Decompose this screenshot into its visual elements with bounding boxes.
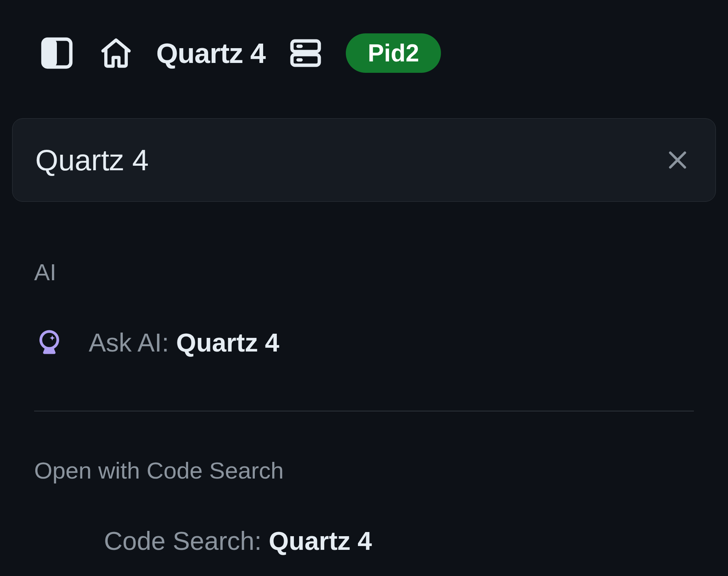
panel-toggle-icon[interactable] <box>38 34 76 72</box>
clear-icon[interactable] <box>662 145 693 175</box>
context-title[interactable]: Quartz 4 <box>156 37 265 69</box>
svg-rect-2 <box>292 41 319 52</box>
pid-badge[interactable]: Pid2 <box>346 33 441 73</box>
svg-rect-3 <box>292 55 319 65</box>
section-code-search: Open with Code Search Code Search: Quart… <box>0 457 728 556</box>
code-search-row[interactable]: Code Search: Quartz 4 <box>34 526 694 556</box>
section-heading-ai: AI <box>34 259 694 286</box>
svg-rect-1 <box>43 39 57 67</box>
section-heading-code-search: Open with Code Search <box>34 457 694 484</box>
server-icon[interactable] <box>287 34 325 72</box>
divider <box>34 411 694 411</box>
ask-ai-query: Quartz 4 <box>176 328 279 357</box>
home-icon[interactable] <box>97 34 135 72</box>
code-search-query: Quartz 4 <box>269 526 372 555</box>
search-input[interactable] <box>35 143 662 177</box>
ask-ai-row[interactable]: Ask AI: Quartz 4 <box>34 327 694 358</box>
search-container <box>12 118 716 202</box>
toolbar: Quartz 4 Pid2 <box>0 0 728 73</box>
code-search-label: Code Search: <box>104 526 269 555</box>
ask-ai-text: Ask AI: Quartz 4 <box>89 328 279 357</box>
section-ai: AI Ask AI: Quartz 4 <box>0 259 728 358</box>
crystal-ball-icon <box>34 327 64 358</box>
search-icon <box>34 526 80 556</box>
ask-ai-label: Ask AI: <box>89 328 176 357</box>
code-search-text: Code Search: Quartz 4 <box>104 526 372 556</box>
search-bar[interactable] <box>12 118 716 202</box>
